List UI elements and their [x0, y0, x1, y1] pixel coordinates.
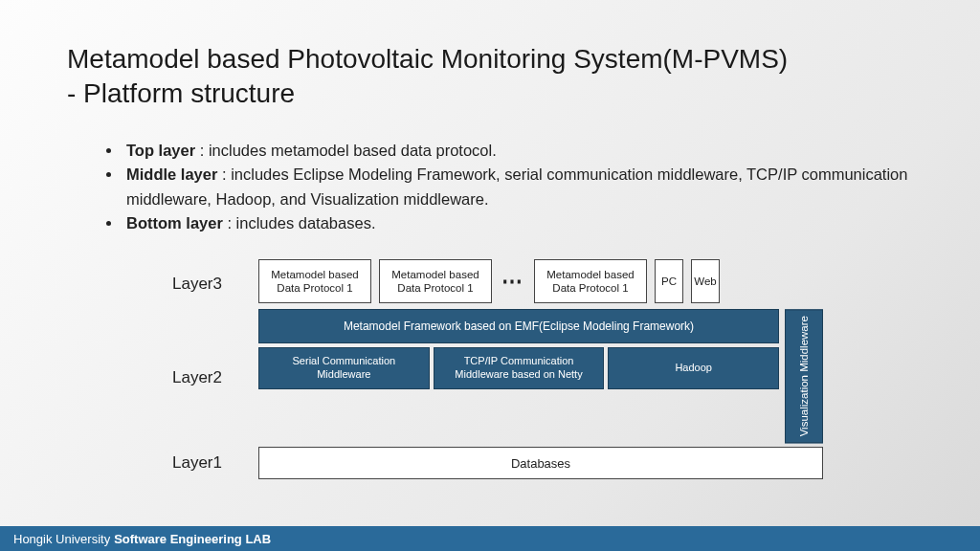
- layer2-row: Layer2 Metamodel Framework based on EMF(…: [172, 309, 823, 447]
- layer1-label: Layer1: [172, 447, 258, 479]
- databases-box: Databases: [258, 447, 823, 479]
- bullet-mid-label: Middle layer: [126, 165, 217, 183]
- footer-bar: Hongik University Software Engineering L…: [0, 526, 980, 551]
- layer2-label: Layer2: [172, 309, 258, 447]
- footer-org: Hongik University: [13, 532, 110, 546]
- hadoop-box: Hadoop: [608, 347, 779, 389]
- bullet-mid-text: : includes Eclipse Modeling Framework, s…: [126, 165, 907, 208]
- layer3-body: Metamodel based Data Protocol 1 Metamode…: [258, 259, 823, 303]
- ellipsis-icon: ⋯: [500, 259, 526, 303]
- serial-middleware-box: Serial Communication Middleware: [258, 347, 430, 389]
- bullet-top-label: Top layer: [126, 142, 195, 159]
- protocol-box-2: Metamodel based Data Protocol 1: [379, 259, 492, 303]
- footer-lab: Software Engineering LAB: [114, 532, 271, 546]
- bullet-bottom: Bottom layer : includes databases.: [122, 211, 913, 236]
- bullet-list: Top layer : includes metamodel based dat…: [105, 139, 913, 236]
- bullet-top: Top layer : includes metamodel based dat…: [122, 139, 913, 164]
- emf-box: Metamodel Framework based on EMF(Eclipse…: [258, 309, 779, 343]
- layer2-body: Metamodel Framework based on EMF(Eclipse…: [258, 309, 823, 447]
- title-line1: Metamodel based Photovoltaic Monitoring …: [67, 44, 788, 74]
- slide-title: Metamodel based Photovoltaic Monitoring …: [67, 42, 913, 112]
- protocol-box-n: Metamodel based Data Protocol 1: [534, 259, 647, 303]
- layer1-row: Layer1 Databases: [172, 447, 823, 479]
- pc-box: PC: [655, 259, 683, 303]
- title-line2: - Platform structure: [67, 78, 295, 108]
- layer3-row: Layer3 Metamodel based Data Protocol 1 M…: [172, 259, 823, 309]
- bullet-top-text: : includes metamodel based data protocol…: [195, 142, 497, 159]
- bullet-middle: Middle layer : includes Eclipse Modeling…: [122, 163, 913, 211]
- layer3-label: Layer3: [172, 259, 258, 309]
- visualization-middleware-box: Visualization Middleware: [785, 309, 823, 443]
- bullet-bot-label: Bottom layer: [126, 214, 223, 231]
- web-box: Web: [691, 259, 720, 303]
- protocol-box-1: Metamodel based Data Protocol 1: [258, 259, 371, 303]
- platform-diagram: Layer3 Metamodel based Data Protocol 1 M…: [172, 259, 823, 479]
- tcpip-middleware-box: TCP/IP Communication Middleware based on…: [434, 347, 605, 389]
- bullet-bot-text: : includes databases.: [223, 214, 376, 231]
